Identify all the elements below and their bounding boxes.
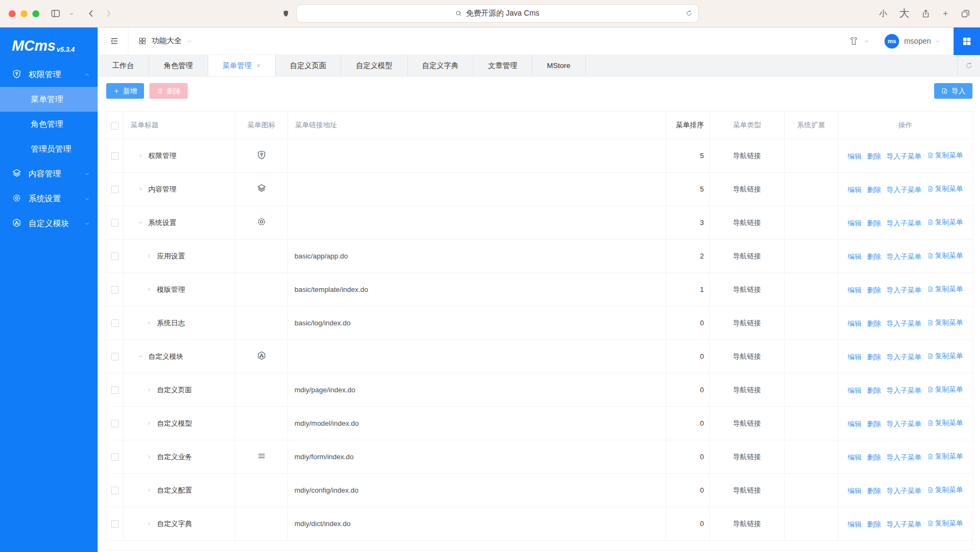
text-smaller-button[interactable]: 小 [879,9,887,19]
action-edit-link[interactable]: 编辑 [848,252,862,262]
row-checkbox[interactable] [111,186,119,193]
row-checkbox[interactable] [111,520,119,528]
action-copy-menu-link[interactable]: 复制菜单 [927,318,963,328]
action-import-submenu-link[interactable]: 导入子菜单 [887,319,922,329]
sidebar-item-module[interactable]: 自定义模块 [0,211,98,236]
sidebar-item-shield[interactable]: 权限管理 [0,62,98,87]
fullscreen-window-button[interactable] [32,10,39,17]
action-copy-menu-link[interactable]: 复制菜单 [927,385,963,394]
close-window-button[interactable] [9,10,16,17]
action-copy-menu-link[interactable]: 复制菜单 [927,217,963,227]
expand-arrow-icon[interactable] [138,186,143,192]
action-delete-link[interactable]: 删除 [867,486,881,496]
sidebar-item-layers[interactable]: 内容管理 [0,161,98,186]
action-copy-menu-link[interactable]: 复制菜单 [927,485,963,495]
action-edit-link[interactable]: 编辑 [848,319,862,329]
action-delete-link[interactable]: 删除 [867,219,881,228]
action-delete-link[interactable]: 删除 [867,419,881,429]
sidebar-subitem[interactable]: 管理员管理 [0,137,98,161]
action-edit-link[interactable]: 编辑 [848,453,862,462]
row-checkbox[interactable] [111,286,119,294]
action-import-submenu-link[interactable]: 导入子菜单 [887,419,922,429]
action-import-submenu-link[interactable]: 导入子菜单 [887,285,922,295]
action-copy-menu-link[interactable]: 复制菜单 [927,351,963,361]
expand-arrow-icon[interactable] [138,353,143,359]
expand-arrow-icon[interactable] [146,454,152,460]
row-checkbox[interactable] [111,152,119,160]
select-all-checkbox[interactable] [111,122,119,130]
expand-arrow-icon[interactable] [146,420,152,426]
action-edit-link[interactable]: 编辑 [848,419,862,429]
row-checkbox[interactable] [111,453,119,461]
action-delete-link[interactable]: 删除 [867,185,881,195]
sidebar-caret-icon[interactable] [68,11,74,17]
action-delete-link[interactable]: 删除 [867,252,881,262]
action-edit-link[interactable]: 编辑 [848,486,862,496]
share-icon[interactable] [921,9,930,18]
tab[interactable]: 自定义页面 [276,55,342,76]
tab[interactable]: 自定义模型 [341,55,408,76]
action-delete-link[interactable]: 删除 [867,352,881,362]
action-edit-link[interactable]: 编辑 [848,386,862,396]
address-bar[interactable]: 免费开源的 Java Cms [296,4,698,23]
action-delete-link[interactable]: 删除 [867,152,881,161]
action-import-submenu-link[interactable]: 导入子菜单 [887,252,922,262]
action-edit-link[interactable]: 编辑 [848,185,862,195]
tab[interactable]: 文章管理 [474,55,532,76]
action-delete-link[interactable]: 删除 [867,285,881,295]
action-copy-menu-link[interactable]: 复制菜单 [927,519,963,528]
expand-arrow-icon[interactable] [146,253,152,259]
reload-icon[interactable] [685,10,693,17]
delete-button[interactable]: 删除 [149,83,188,99]
row-checkbox[interactable] [111,420,119,427]
expand-arrow-icon[interactable] [138,220,143,226]
collapse-sidebar-icon[interactable] [109,36,119,46]
new-tab-icon[interactable] [942,10,949,17]
privacy-shield-icon[interactable] [282,8,290,19]
apps-grid-button[interactable] [954,28,980,55]
action-delete-link[interactable]: 删除 [867,453,881,462]
refresh-tab-button[interactable] [957,55,980,76]
chevron-down-icon[interactable] [935,38,941,44]
import-button[interactable]: 导入 [934,83,972,99]
app-menu-dropdown[interactable]: 功能大全 [138,36,193,46]
tab[interactable]: 菜单管理 × [208,55,276,76]
row-checkbox[interactable] [111,386,119,394]
action-copy-menu-link[interactable]: 复制菜单 [927,452,963,461]
action-delete-link[interactable]: 删除 [867,319,881,329]
tab[interactable]: MStore [532,55,586,76]
action-edit-link[interactable]: 编辑 [848,219,862,228]
tab-overview-icon[interactable] [961,9,970,18]
action-edit-link[interactable]: 编辑 [848,352,862,362]
action-delete-link[interactable]: 删除 [867,520,881,529]
sidebar-subitem[interactable]: 角色管理 [0,112,98,137]
action-edit-link[interactable]: 编辑 [848,152,862,161]
action-copy-menu-link[interactable]: 复制菜单 [927,151,963,160]
action-import-submenu-link[interactable]: 导入子菜单 [887,453,922,462]
avatar[interactable]: ms [885,34,899,49]
action-copy-menu-link[interactable]: 复制菜单 [927,284,963,294]
minimize-window-button[interactable] [20,10,28,17]
row-checkbox[interactable] [111,319,119,327]
expand-arrow-icon[interactable] [146,287,152,292]
action-copy-menu-link[interactable]: 复制菜单 [927,418,963,428]
action-edit-link[interactable]: 编辑 [848,520,862,529]
action-import-submenu-link[interactable]: 导入子菜单 [887,152,922,161]
text-larger-button[interactable]: 大 [899,6,909,21]
action-import-submenu-link[interactable]: 导入子菜单 [887,486,922,496]
tab[interactable]: 工作台 [98,55,149,76]
action-import-submenu-link[interactable]: 导入子菜单 [887,386,922,396]
action-edit-link[interactable]: 编辑 [848,285,862,295]
back-icon[interactable] [86,9,96,18]
action-import-submenu-link[interactable]: 导入子菜单 [887,520,922,529]
action-import-submenu-link[interactable]: 导入子菜单 [887,185,922,195]
expand-arrow-icon[interactable] [146,487,152,493]
action-import-submenu-link[interactable]: 导入子菜单 [887,219,922,228]
browser-sidebar-icon[interactable] [50,8,61,19]
close-tab-icon[interactable]: × [257,62,261,70]
action-delete-link[interactable]: 删除 [867,386,881,396]
tab[interactable]: 自定义字典 [408,55,474,76]
action-copy-menu-link[interactable]: 复制菜单 [927,251,963,261]
sidebar-subitem[interactable]: 菜单管理 [0,87,98,112]
row-checkbox[interactable] [111,253,119,260]
